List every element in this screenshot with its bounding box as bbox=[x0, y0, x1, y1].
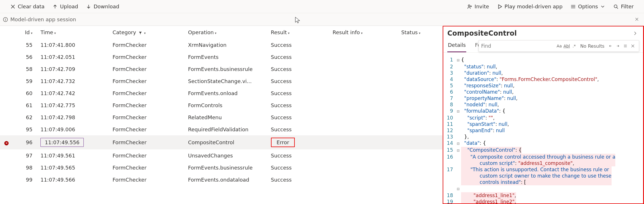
grid: Id Time Category Operation Result Result… bbox=[0, 26, 443, 204]
code-line: 18 "address1_line1", bbox=[443, 192, 643, 199]
session-bar: Model-driven app session bbox=[0, 13, 644, 26]
filter-button[interactable]: Filter bbox=[610, 2, 637, 11]
clear-icon bbox=[10, 4, 15, 9]
funnel-icon bbox=[138, 30, 143, 35]
download-icon bbox=[86, 4, 91, 9]
code-line: 5 "responseSize": null, bbox=[443, 82, 643, 89]
play-icon bbox=[497, 4, 502, 9]
code-line: 6 "controlName": null, bbox=[443, 89, 643, 95]
find-bar: Aa Abl .* No Results bbox=[479, 40, 639, 52]
code-line: 4 "dataSource": "Forms.FormChecker.Compo… bbox=[443, 76, 643, 82]
info-icon bbox=[3, 17, 8, 22]
invite-label: Invite bbox=[475, 3, 489, 9]
match-case-icon[interactable]: Aa bbox=[555, 42, 563, 50]
close-session-button[interactable] bbox=[633, 15, 641, 24]
table-row[interactable]: ✕9611:07:49.556FormCheckerCompositeContr… bbox=[0, 135, 442, 149]
code-line: 11 "spanStart": null, bbox=[443, 121, 643, 127]
code-line: 14⊟ "data": { bbox=[443, 140, 643, 147]
table-row[interactable]: 9711:07:49.561FormCheckerUnsavedChangesS… bbox=[0, 149, 442, 161]
find-results-label: No Results bbox=[580, 43, 604, 49]
find-close-icon[interactable] bbox=[629, 42, 637, 50]
code-line: 15⊟ "CompositeControl": { bbox=[443, 147, 643, 154]
collapse-panel-button[interactable] bbox=[631, 29, 639, 37]
options-button[interactable]: Options bbox=[567, 2, 609, 11]
find-in-selection-icon[interactable] bbox=[622, 42, 629, 50]
options-icon bbox=[571, 4, 576, 9]
table-row[interactable]: 9811:07:49.565FormCheckerFormEvents.busi… bbox=[0, 161, 442, 174]
grid-header-row: Id Time Category Operation Result Result… bbox=[0, 26, 442, 39]
upload-icon bbox=[52, 4, 58, 9]
code-line: 16 "A composite control accessed through… bbox=[443, 154, 643, 166]
code-line: 19 "address1_line2", bbox=[443, 199, 643, 203]
regex-icon[interactable]: .* bbox=[570, 42, 578, 50]
options-label: Options bbox=[578, 3, 598, 9]
play-app-button[interactable]: Play model-driven app bbox=[494, 2, 566, 11]
download-button[interactable]: Download bbox=[83, 2, 122, 11]
toolbar: Clear data Upload Download Invite Play m… bbox=[0, 0, 644, 13]
panel-title: CompositeControl bbox=[447, 29, 517, 37]
col-operation[interactable]: Operation bbox=[188, 26, 271, 39]
code-viewer[interactable]: 1⊟{2 "status": null,3 "duration": null,4… bbox=[443, 53, 643, 203]
table-row[interactable]: 6111:07:42.775FormCheckerFormControlsSuc… bbox=[0, 99, 442, 111]
table-row[interactable]: 9911:07:49.566FormCheckerFormEvents.onda… bbox=[0, 174, 442, 186]
code-line: 7 "propertyName": null, bbox=[443, 95, 643, 101]
svg-point-0 bbox=[468, 5, 470, 6]
invite-button[interactable]: Invite bbox=[464, 2, 493, 11]
col-result[interactable]: Result bbox=[271, 26, 333, 39]
code-line: 10 "script": "", bbox=[443, 115, 643, 121]
find-input[interactable] bbox=[481, 43, 555, 49]
invite-icon bbox=[467, 4, 472, 9]
filter-icon bbox=[613, 4, 618, 9]
code-line: 9⊟ "formulaData": { bbox=[443, 108, 643, 115]
code-line: 8 "nodeId": null, bbox=[443, 101, 643, 108]
tab-details[interactable]: Details bbox=[447, 39, 466, 52]
code-line: 17 "This action is unsupported. Contact … bbox=[443, 166, 643, 185]
play-app-label: Play model-driven app bbox=[505, 3, 563, 9]
col-status[interactable]: Status bbox=[401, 26, 442, 39]
table-row[interactable]: 5511:07:41.800FormCheckerXrmNavigationSu… bbox=[0, 39, 442, 51]
code-line: 13 }, bbox=[443, 134, 643, 140]
details-panel: CompositeControl Aa Abl .* No Results De… bbox=[443, 26, 644, 204]
session-label: Model-driven app session bbox=[10, 16, 76, 22]
code-line: ⊟ bbox=[443, 185, 643, 192]
clear-data-label: Clear data bbox=[18, 3, 44, 9]
table-row[interactable]: 9511:07:49.006FormCheckerRequiredFieldVa… bbox=[0, 123, 442, 135]
col-result-info[interactable]: Result info bbox=[333, 26, 401, 39]
table-row[interactable]: 5611:07:42.051FormCheckerFormEventsSucce… bbox=[0, 51, 442, 63]
code-line: 1⊟{ bbox=[443, 57, 643, 63]
upload-button[interactable]: Upload bbox=[49, 2, 81, 11]
code-line: 12 "spanEnd": null bbox=[443, 127, 643, 134]
filter-label: Filter bbox=[621, 3, 634, 9]
chevron-down-icon bbox=[600, 4, 605, 9]
table-row[interactable]: 5811:07:42.709FormCheckerFormEvents.busi… bbox=[0, 63, 442, 75]
col-category[interactable]: Category bbox=[113, 26, 188, 39]
code-line: 2 "status": null, bbox=[443, 63, 643, 70]
col-id[interactable]: Id bbox=[13, 26, 40, 39]
clear-data-button[interactable]: Clear data bbox=[7, 2, 48, 11]
find-prev-icon[interactable] bbox=[607, 42, 614, 50]
error-icon: ✕ bbox=[4, 141, 9, 145]
upload-label: Upload bbox=[60, 3, 78, 9]
match-word-icon[interactable]: Abl bbox=[563, 42, 570, 50]
col-time[interactable]: Time bbox=[40, 26, 112, 39]
find-next-icon[interactable] bbox=[614, 42, 622, 50]
table-row[interactable]: 6011:07:42.742FormCheckerFormEvents.onlo… bbox=[0, 87, 442, 99]
download-label: Download bbox=[93, 3, 119, 9]
table-row[interactable]: 6211:07:42.798FormCheckerRelatedMenuSucc… bbox=[0, 111, 442, 123]
code-line: 3 "duration": null, bbox=[443, 70, 643, 76]
table-row[interactable]: 5911:07:42.732FormCheckerSectionStateCha… bbox=[0, 75, 442, 87]
